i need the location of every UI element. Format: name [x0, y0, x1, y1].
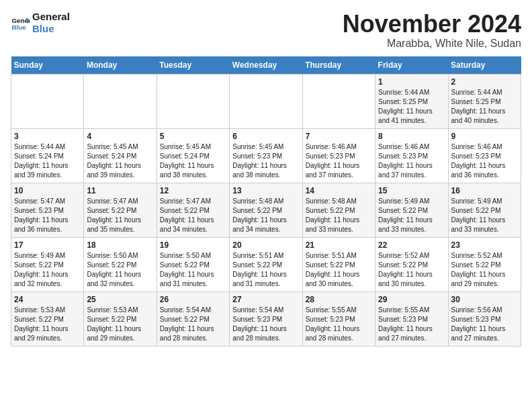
day-info: Sunrise: 5:47 AM Sunset: 5:23 PM Dayligh… — [14, 197, 81, 234]
day-number: 5 — [160, 132, 226, 141]
day-info: Sunrise: 5:49 AM Sunset: 5:22 PM Dayligh… — [14, 251, 81, 289]
calendar-week-3: 17Sunrise: 5:49 AM Sunset: 5:22 PM Dayli… — [11, 237, 521, 291]
day-number: 6 — [232, 132, 299, 141]
calendar-cell: 12Sunrise: 5:47 AM Sunset: 5:22 PM Dayli… — [157, 183, 229, 237]
day-number: 29 — [378, 295, 445, 304]
day-number: 25 — [87, 295, 153, 304]
day-number: 12 — [160, 186, 226, 195]
day-number: 10 — [14, 186, 81, 195]
title-area: November 2024 Marabba, White Nile, Sudan — [343, 11, 521, 50]
weekday-header-saturday: Saturday — [448, 56, 521, 75]
calendar-body: 1Sunrise: 5:44 AM Sunset: 5:25 PM Daylig… — [11, 74, 521, 346]
calendar-cell: 1Sunrise: 5:44 AM Sunset: 5:25 PM Daylig… — [375, 74, 448, 128]
calendar-cell: 17Sunrise: 5:49 AM Sunset: 5:22 PM Dayli… — [11, 237, 84, 291]
day-info: Sunrise: 5:50 AM Sunset: 5:22 PM Dayligh… — [160, 251, 226, 289]
day-info: Sunrise: 5:54 AM Sunset: 5:22 PM Dayligh… — [160, 306, 226, 343]
day-info: Sunrise: 5:56 AM Sunset: 5:23 PM Dayligh… — [451, 306, 518, 343]
day-number: 11 — [87, 186, 153, 195]
day-info: Sunrise: 5:48 AM Sunset: 5:22 PM Dayligh… — [306, 197, 372, 234]
weekday-header-thursday: Thursday — [302, 56, 375, 75]
day-number: 7 — [306, 132, 372, 141]
day-info: Sunrise: 5:54 AM Sunset: 5:23 PM Dayligh… — [232, 306, 299, 343]
day-info: Sunrise: 5:44 AM Sunset: 5:25 PM Dayligh… — [451, 88, 518, 126]
calendar-cell: 27Sunrise: 5:54 AM Sunset: 5:23 PM Dayli… — [230, 291, 302, 346]
calendar-cell: 30Sunrise: 5:56 AM Sunset: 5:23 PM Dayli… — [448, 291, 521, 346]
calendar-cell: 8Sunrise: 5:46 AM Sunset: 5:23 PM Daylig… — [375, 128, 448, 183]
day-info: Sunrise: 5:45 AM Sunset: 5:23 PM Dayligh… — [232, 142, 299, 180]
day-number: 3 — [14, 132, 81, 141]
day-info: Sunrise: 5:51 AM Sunset: 5:22 PM Dayligh… — [306, 251, 372, 289]
svg-text:Blue: Blue — [11, 24, 26, 31]
day-number: 17 — [14, 240, 81, 250]
day-number: 8 — [378, 132, 445, 141]
day-number: 15 — [378, 186, 445, 195]
day-number: 19 — [160, 240, 226, 250]
day-info: Sunrise: 5:51 AM Sunset: 5:22 PM Dayligh… — [232, 251, 299, 289]
calendar-cell — [302, 74, 375, 128]
calendar-cell: 23Sunrise: 5:52 AM Sunset: 5:22 PM Dayli… — [448, 237, 521, 291]
calendar-cell: 4Sunrise: 5:45 AM Sunset: 5:24 PM Daylig… — [84, 128, 157, 183]
weekday-header-monday: Monday — [84, 56, 157, 75]
calendar-table: SundayMondayTuesdayWednesdayThursdayFrid… — [11, 56, 521, 347]
calendar-cell: 28Sunrise: 5:55 AM Sunset: 5:23 PM Dayli… — [302, 291, 375, 346]
calendar-cell: 26Sunrise: 5:54 AM Sunset: 5:22 PM Dayli… — [157, 291, 229, 346]
month-title: November 2024 — [343, 11, 521, 38]
day-number: 30 — [451, 295, 518, 304]
weekday-row: SundayMondayTuesdayWednesdayThursdayFrid… — [11, 56, 521, 75]
calendar-cell: 3Sunrise: 5:44 AM Sunset: 5:24 PM Daylig… — [11, 128, 84, 183]
day-info: Sunrise: 5:52 AM Sunset: 5:22 PM Dayligh… — [378, 251, 445, 289]
day-number: 24 — [14, 295, 81, 304]
calendar-week-2: 10Sunrise: 5:47 AM Sunset: 5:23 PM Dayli… — [11, 183, 521, 237]
day-number: 18 — [87, 240, 153, 250]
day-number: 13 — [232, 186, 299, 195]
calendar-cell: 6Sunrise: 5:45 AM Sunset: 5:23 PM Daylig… — [230, 128, 302, 183]
day-info: Sunrise: 5:45 AM Sunset: 5:24 PM Dayligh… — [160, 142, 226, 180]
location-title: Marabba, White Nile, Sudan — [343, 38, 521, 50]
calendar-cell: 15Sunrise: 5:49 AM Sunset: 5:22 PM Dayli… — [375, 183, 448, 237]
calendar-week-4: 24Sunrise: 5:53 AM Sunset: 5:22 PM Dayli… — [11, 291, 521, 346]
calendar-cell: 24Sunrise: 5:53 AM Sunset: 5:22 PM Dayli… — [11, 291, 84, 346]
calendar-cell — [157, 74, 229, 128]
day-number: 14 — [306, 186, 372, 195]
day-info: Sunrise: 5:46 AM Sunset: 5:23 PM Dayligh… — [306, 142, 372, 180]
calendar-cell: 11Sunrise: 5:47 AM Sunset: 5:22 PM Dayli… — [84, 183, 157, 237]
calendar-cell — [11, 74, 84, 128]
weekday-header-wednesday: Wednesday — [230, 56, 302, 75]
day-info: Sunrise: 5:44 AM Sunset: 5:24 PM Dayligh… — [14, 142, 81, 180]
calendar-header: SundayMondayTuesdayWednesdayThursdayFrid… — [11, 56, 521, 75]
day-info: Sunrise: 5:55 AM Sunset: 5:23 PM Dayligh… — [378, 306, 445, 343]
day-number: 1 — [378, 77, 445, 87]
page-header: General Blue General Blue November 2024 … — [11, 11, 521, 50]
calendar-cell: 9Sunrise: 5:46 AM Sunset: 5:23 PM Daylig… — [448, 128, 521, 183]
logo-text-general: General — [32, 11, 70, 23]
calendar-cell: 29Sunrise: 5:55 AM Sunset: 5:23 PM Dayli… — [375, 291, 448, 346]
day-number: 4 — [87, 132, 153, 141]
calendar-cell: 16Sunrise: 5:49 AM Sunset: 5:22 PM Dayli… — [448, 183, 521, 237]
day-info: Sunrise: 5:49 AM Sunset: 5:22 PM Dayligh… — [451, 197, 518, 234]
day-number: 16 — [451, 186, 518, 195]
day-info: Sunrise: 5:55 AM Sunset: 5:23 PM Dayligh… — [306, 306, 372, 343]
weekday-header-sunday: Sunday — [11, 56, 84, 75]
day-info: Sunrise: 5:47 AM Sunset: 5:22 PM Dayligh… — [87, 197, 153, 234]
day-number: 2 — [451, 77, 518, 87]
calendar-cell: 7Sunrise: 5:46 AM Sunset: 5:23 PM Daylig… — [302, 128, 375, 183]
calendar-cell: 2Sunrise: 5:44 AM Sunset: 5:25 PM Daylig… — [448, 74, 521, 128]
day-number: 26 — [160, 295, 226, 304]
logo: General Blue General Blue — [11, 11, 70, 35]
day-info: Sunrise: 5:50 AM Sunset: 5:22 PM Dayligh… — [87, 251, 153, 289]
day-number: 27 — [232, 295, 299, 304]
day-info: Sunrise: 5:45 AM Sunset: 5:24 PM Dayligh… — [87, 142, 153, 180]
calendar-week-0: 1Sunrise: 5:44 AM Sunset: 5:25 PM Daylig… — [11, 74, 521, 128]
day-info: Sunrise: 5:44 AM Sunset: 5:25 PM Dayligh… — [378, 88, 445, 126]
day-number: 28 — [306, 295, 372, 304]
calendar-week-1: 3Sunrise: 5:44 AM Sunset: 5:24 PM Daylig… — [11, 128, 521, 183]
day-info: Sunrise: 5:47 AM Sunset: 5:22 PM Dayligh… — [160, 197, 226, 234]
calendar-cell: 10Sunrise: 5:47 AM Sunset: 5:23 PM Dayli… — [11, 183, 84, 237]
logo-icon: General Blue — [11, 13, 30, 32]
day-number: 23 — [451, 240, 518, 250]
calendar-cell: 18Sunrise: 5:50 AM Sunset: 5:22 PM Dayli… — [84, 237, 157, 291]
day-number: 21 — [306, 240, 372, 250]
calendar-cell: 21Sunrise: 5:51 AM Sunset: 5:22 PM Dayli… — [302, 237, 375, 291]
calendar-cell: 20Sunrise: 5:51 AM Sunset: 5:22 PM Dayli… — [230, 237, 302, 291]
calendar-cell: 5Sunrise: 5:45 AM Sunset: 5:24 PM Daylig… — [157, 128, 229, 183]
